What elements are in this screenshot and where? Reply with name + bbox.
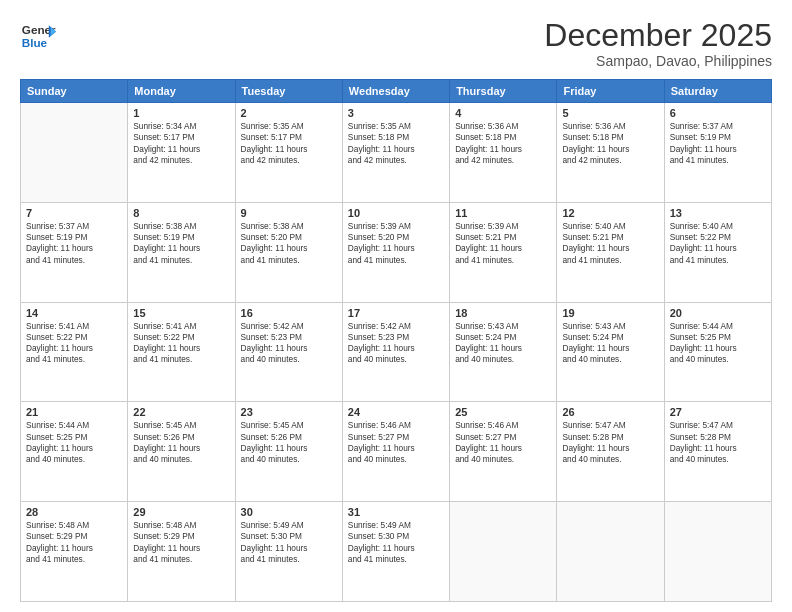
day-detail: Sunrise: 5:46 AMSunset: 5:27 PMDaylight:… <box>348 420 444 465</box>
day-detail: Sunrise: 5:36 AMSunset: 5:18 PMDaylight:… <box>455 121 551 166</box>
day-number: 15 <box>133 307 229 319</box>
calendar-day-cell <box>557 502 664 602</box>
calendar-day-cell: 13Sunrise: 5:40 AMSunset: 5:22 PMDayligh… <box>664 202 771 302</box>
day-detail: Sunrise: 5:49 AMSunset: 5:30 PMDaylight:… <box>348 520 444 565</box>
day-number: 7 <box>26 207 122 219</box>
day-number: 9 <box>241 207 337 219</box>
weekday-header-cell: Friday <box>557 80 664 103</box>
day-number: 18 <box>455 307 551 319</box>
day-detail: Sunrise: 5:44 AMSunset: 5:25 PMDaylight:… <box>670 321 766 366</box>
day-detail: Sunrise: 5:39 AMSunset: 5:20 PMDaylight:… <box>348 221 444 266</box>
header: General Blue December 2025 Sampao, Davao… <box>20 18 772 69</box>
day-detail: Sunrise: 5:43 AMSunset: 5:24 PMDaylight:… <box>562 321 658 366</box>
calendar-table: SundayMondayTuesdayWednesdayThursdayFrid… <box>20 79 772 602</box>
day-number: 12 <box>562 207 658 219</box>
day-number: 22 <box>133 406 229 418</box>
day-detail: Sunrise: 5:41 AMSunset: 5:22 PMDaylight:… <box>26 321 122 366</box>
day-detail: Sunrise: 5:45 AMSunset: 5:26 PMDaylight:… <box>241 420 337 465</box>
calendar-day-cell: 11Sunrise: 5:39 AMSunset: 5:21 PMDayligh… <box>450 202 557 302</box>
title-block: December 2025 Sampao, Davao, Philippines <box>544 18 772 69</box>
day-number: 8 <box>133 207 229 219</box>
day-number: 16 <box>241 307 337 319</box>
day-detail: Sunrise: 5:46 AMSunset: 5:27 PMDaylight:… <box>455 420 551 465</box>
calendar-day-cell: 8Sunrise: 5:38 AMSunset: 5:19 PMDaylight… <box>128 202 235 302</box>
day-number: 14 <box>26 307 122 319</box>
day-number: 30 <box>241 506 337 518</box>
day-number: 17 <box>348 307 444 319</box>
day-number: 19 <box>562 307 658 319</box>
calendar-day-cell: 3Sunrise: 5:35 AMSunset: 5:18 PMDaylight… <box>342 103 449 203</box>
day-number: 25 <box>455 406 551 418</box>
calendar-day-cell <box>664 502 771 602</box>
day-number: 13 <box>670 207 766 219</box>
calendar-day-cell: 26Sunrise: 5:47 AMSunset: 5:28 PMDayligh… <box>557 402 664 502</box>
day-number: 3 <box>348 107 444 119</box>
weekday-header-cell: Monday <box>128 80 235 103</box>
day-number: 29 <box>133 506 229 518</box>
day-number: 6 <box>670 107 766 119</box>
day-detail: Sunrise: 5:45 AMSunset: 5:26 PMDaylight:… <box>133 420 229 465</box>
day-number: 23 <box>241 406 337 418</box>
day-detail: Sunrise: 5:47 AMSunset: 5:28 PMDaylight:… <box>670 420 766 465</box>
day-number: 10 <box>348 207 444 219</box>
month-title: December 2025 <box>544 18 772 53</box>
calendar-day-cell: 24Sunrise: 5:46 AMSunset: 5:27 PMDayligh… <box>342 402 449 502</box>
day-number: 11 <box>455 207 551 219</box>
svg-text:Blue: Blue <box>22 36 48 49</box>
calendar-day-cell: 5Sunrise: 5:36 AMSunset: 5:18 PMDaylight… <box>557 103 664 203</box>
day-detail: Sunrise: 5:34 AMSunset: 5:17 PMDaylight:… <box>133 121 229 166</box>
day-detail: Sunrise: 5:44 AMSunset: 5:25 PMDaylight:… <box>26 420 122 465</box>
day-number: 1 <box>133 107 229 119</box>
calendar-day-cell: 2Sunrise: 5:35 AMSunset: 5:17 PMDaylight… <box>235 103 342 203</box>
day-number: 26 <box>562 406 658 418</box>
calendar-day-cell: 30Sunrise: 5:49 AMSunset: 5:30 PMDayligh… <box>235 502 342 602</box>
day-detail: Sunrise: 5:41 AMSunset: 5:22 PMDaylight:… <box>133 321 229 366</box>
weekday-header-cell: Wednesday <box>342 80 449 103</box>
calendar-day-cell: 14Sunrise: 5:41 AMSunset: 5:22 PMDayligh… <box>21 302 128 402</box>
calendar-day-cell: 20Sunrise: 5:44 AMSunset: 5:25 PMDayligh… <box>664 302 771 402</box>
logo: General Blue <box>20 18 56 54</box>
calendar-day-cell: 1Sunrise: 5:34 AMSunset: 5:17 PMDaylight… <box>128 103 235 203</box>
calendar-day-cell: 15Sunrise: 5:41 AMSunset: 5:22 PMDayligh… <box>128 302 235 402</box>
calendar-day-cell: 23Sunrise: 5:45 AMSunset: 5:26 PMDayligh… <box>235 402 342 502</box>
calendar-week-row: 1Sunrise: 5:34 AMSunset: 5:17 PMDaylight… <box>21 103 772 203</box>
calendar-day-cell: 18Sunrise: 5:43 AMSunset: 5:24 PMDayligh… <box>450 302 557 402</box>
day-detail: Sunrise: 5:40 AMSunset: 5:21 PMDaylight:… <box>562 221 658 266</box>
day-detail: Sunrise: 5:42 AMSunset: 5:23 PMDaylight:… <box>348 321 444 366</box>
day-number: 24 <box>348 406 444 418</box>
weekday-header-cell: Sunday <box>21 80 128 103</box>
day-number: 21 <box>26 406 122 418</box>
day-detail: Sunrise: 5:37 AMSunset: 5:19 PMDaylight:… <box>670 121 766 166</box>
calendar-day-cell <box>21 103 128 203</box>
day-number: 27 <box>670 406 766 418</box>
day-number: 4 <box>455 107 551 119</box>
calendar-day-cell: 16Sunrise: 5:42 AMSunset: 5:23 PMDayligh… <box>235 302 342 402</box>
calendar-week-row: 28Sunrise: 5:48 AMSunset: 5:29 PMDayligh… <box>21 502 772 602</box>
weekday-header-row: SundayMondayTuesdayWednesdayThursdayFrid… <box>21 80 772 103</box>
day-number: 5 <box>562 107 658 119</box>
calendar-day-cell: 17Sunrise: 5:42 AMSunset: 5:23 PMDayligh… <box>342 302 449 402</box>
day-detail: Sunrise: 5:37 AMSunset: 5:19 PMDaylight:… <box>26 221 122 266</box>
page: General Blue December 2025 Sampao, Davao… <box>0 0 792 612</box>
calendar-body: 1Sunrise: 5:34 AMSunset: 5:17 PMDaylight… <box>21 103 772 602</box>
calendar-day-cell: 10Sunrise: 5:39 AMSunset: 5:20 PMDayligh… <box>342 202 449 302</box>
calendar-week-row: 21Sunrise: 5:44 AMSunset: 5:25 PMDayligh… <box>21 402 772 502</box>
calendar-day-cell: 9Sunrise: 5:38 AMSunset: 5:20 PMDaylight… <box>235 202 342 302</box>
day-detail: Sunrise: 5:48 AMSunset: 5:29 PMDaylight:… <box>26 520 122 565</box>
day-detail: Sunrise: 5:39 AMSunset: 5:21 PMDaylight:… <box>455 221 551 266</box>
calendar-day-cell <box>450 502 557 602</box>
weekday-header-cell: Thursday <box>450 80 557 103</box>
calendar-day-cell: 22Sunrise: 5:45 AMSunset: 5:26 PMDayligh… <box>128 402 235 502</box>
calendar-day-cell: 6Sunrise: 5:37 AMSunset: 5:19 PMDaylight… <box>664 103 771 203</box>
day-number: 31 <box>348 506 444 518</box>
day-detail: Sunrise: 5:35 AMSunset: 5:18 PMDaylight:… <box>348 121 444 166</box>
day-number: 28 <box>26 506 122 518</box>
calendar-day-cell: 12Sunrise: 5:40 AMSunset: 5:21 PMDayligh… <box>557 202 664 302</box>
logo-icon: General Blue <box>20 18 56 54</box>
day-number: 20 <box>670 307 766 319</box>
calendar-day-cell: 7Sunrise: 5:37 AMSunset: 5:19 PMDaylight… <box>21 202 128 302</box>
calendar-week-row: 7Sunrise: 5:37 AMSunset: 5:19 PMDaylight… <box>21 202 772 302</box>
calendar-day-cell: 31Sunrise: 5:49 AMSunset: 5:30 PMDayligh… <box>342 502 449 602</box>
calendar-day-cell: 28Sunrise: 5:48 AMSunset: 5:29 PMDayligh… <box>21 502 128 602</box>
day-detail: Sunrise: 5:38 AMSunset: 5:20 PMDaylight:… <box>241 221 337 266</box>
